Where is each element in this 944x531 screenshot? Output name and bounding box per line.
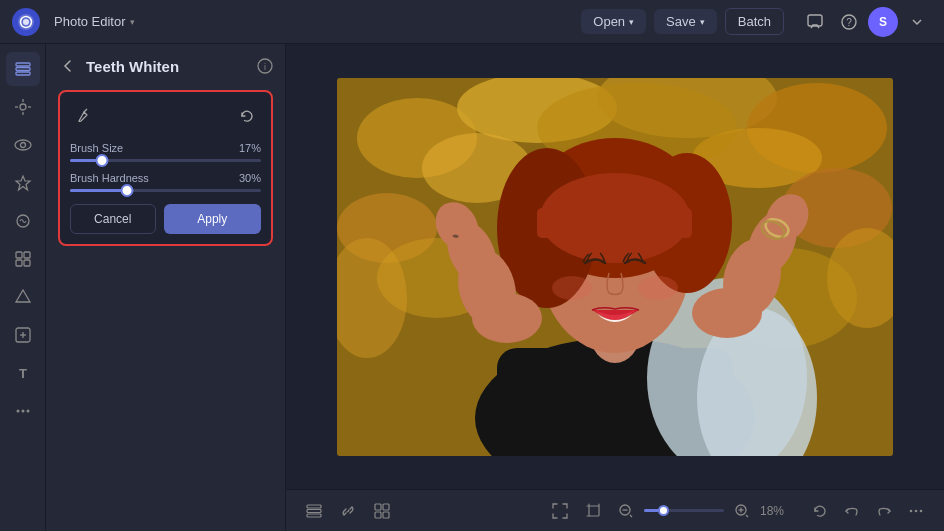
svg-rect-71 bbox=[375, 504, 381, 510]
svg-rect-74 bbox=[383, 512, 389, 518]
brush-size-slider-group: Brush Size 17% bbox=[70, 142, 261, 162]
brush-size-label: Brush Size bbox=[70, 142, 123, 154]
main-area: T Teeth Whiten i bbox=[0, 44, 944, 531]
chat-icon-button[interactable] bbox=[800, 7, 830, 37]
tool-box: Brush Size 17% Brush Hardness 30% bbox=[58, 90, 273, 246]
panel-info-button[interactable]: i bbox=[257, 58, 273, 74]
open-button[interactable]: Open ▾ bbox=[581, 9, 646, 34]
brush-size-track[interactable] bbox=[70, 159, 261, 162]
brush-hardness-slider-group: Brush Hardness 30% bbox=[70, 172, 261, 192]
svg-rect-18 bbox=[16, 260, 22, 266]
fit-button[interactable] bbox=[546, 497, 574, 525]
zoom-controls: 18% bbox=[546, 497, 792, 525]
svg-rect-75 bbox=[589, 506, 599, 516]
svg-point-27 bbox=[26, 410, 29, 413]
svg-point-57 bbox=[638, 276, 678, 300]
batch-button[interactable]: Batch bbox=[725, 8, 784, 35]
sidebar-item-view[interactable] bbox=[6, 128, 40, 162]
save-button[interactable]: Save ▾ bbox=[654, 9, 717, 34]
avatar[interactable]: S bbox=[868, 7, 898, 37]
brush-hardness-thumb[interactable] bbox=[121, 184, 134, 197]
svg-rect-73 bbox=[375, 512, 381, 518]
tool-icon-row bbox=[70, 102, 261, 130]
undo-button[interactable] bbox=[838, 497, 866, 525]
app-logo bbox=[12, 8, 40, 36]
svg-line-78 bbox=[630, 515, 632, 517]
svg-rect-72 bbox=[383, 504, 389, 510]
sidebar-item-retouch[interactable] bbox=[6, 204, 40, 238]
apply-button[interactable]: Apply bbox=[164, 204, 261, 234]
window-more-button[interactable] bbox=[902, 7, 932, 37]
sidebar-item-layers[interactable] bbox=[6, 52, 40, 86]
svg-text:?: ? bbox=[846, 17, 852, 28]
redo-button[interactable] bbox=[870, 497, 898, 525]
reset-tool-button[interactable] bbox=[233, 102, 261, 130]
brush-size-thumb[interactable] bbox=[96, 154, 109, 167]
panel-title: Teeth Whiten bbox=[86, 58, 249, 75]
sidebar-item-more[interactable] bbox=[6, 394, 40, 428]
layers-bottom-button[interactable] bbox=[300, 497, 328, 525]
svg-point-14 bbox=[20, 143, 25, 148]
photo-container bbox=[337, 78, 893, 456]
svg-rect-68 bbox=[307, 505, 321, 508]
brush-hardness-value: 30% bbox=[239, 172, 261, 184]
sidebar-item-text[interactable]: T bbox=[6, 356, 40, 390]
sidebar-item-adjustments[interactable] bbox=[6, 90, 40, 124]
topbar: Photo Editor ▾ Open ▾ Save ▾ Batch ? S bbox=[0, 0, 944, 44]
svg-rect-19 bbox=[24, 260, 30, 266]
svg-rect-70 bbox=[307, 514, 321, 517]
svg-marker-20 bbox=[16, 290, 30, 302]
panel-back-button[interactable] bbox=[58, 56, 78, 76]
left-sidebar: T bbox=[0, 44, 46, 531]
app-title-chevron: ▾ bbox=[130, 17, 135, 27]
panel-header: Teeth Whiten i bbox=[58, 56, 273, 76]
crop-bottom-button[interactable] bbox=[580, 497, 608, 525]
svg-rect-5 bbox=[16, 63, 30, 66]
bottom-right-icons bbox=[806, 497, 930, 525]
cancel-button[interactable]: Cancel bbox=[70, 204, 156, 234]
brush-hardness-label: Brush Hardness bbox=[70, 172, 149, 184]
svg-line-30 bbox=[84, 109, 87, 112]
svg-point-83 bbox=[910, 509, 913, 512]
zoom-slider-thumb[interactable] bbox=[658, 505, 669, 516]
bottom-bar: 18% bbox=[286, 489, 944, 531]
sidebar-item-frames[interactable] bbox=[6, 242, 40, 276]
svg-text:i: i bbox=[264, 62, 266, 72]
svg-point-26 bbox=[21, 410, 24, 413]
svg-point-85 bbox=[920, 509, 923, 512]
sidebar-item-effects[interactable] bbox=[6, 166, 40, 200]
svg-point-13 bbox=[15, 140, 31, 150]
link-bottom-button[interactable] bbox=[334, 497, 362, 525]
more-options-button[interactable] bbox=[902, 497, 930, 525]
help-icon-button[interactable]: ? bbox=[834, 7, 864, 37]
svg-rect-17 bbox=[24, 252, 30, 258]
grid-bottom-button[interactable] bbox=[368, 497, 396, 525]
svg-point-1 bbox=[23, 19, 29, 25]
svg-point-84 bbox=[915, 509, 918, 512]
svg-point-8 bbox=[20, 104, 26, 110]
app-title-label: Photo Editor bbox=[54, 14, 126, 29]
svg-point-56 bbox=[552, 276, 592, 300]
zoom-in-button[interactable] bbox=[730, 499, 754, 523]
reset-history-button[interactable] bbox=[806, 497, 834, 525]
svg-point-25 bbox=[16, 410, 19, 413]
brush-hardness-track[interactable] bbox=[70, 189, 261, 192]
brush-tool-button[interactable] bbox=[70, 102, 98, 130]
brush-size-value: 17% bbox=[239, 142, 261, 154]
sidebar-item-objects[interactable] bbox=[6, 280, 40, 314]
svg-rect-16 bbox=[16, 252, 22, 258]
canvas-area bbox=[286, 44, 944, 489]
brush-hardness-fill bbox=[70, 189, 127, 192]
teeth-whiten-panel: Teeth Whiten i Brush Size 17% bbox=[46, 44, 286, 531]
svg-text:T: T bbox=[19, 366, 27, 381]
photo-placeholder bbox=[337, 78, 893, 456]
tool-actions: Cancel Apply bbox=[70, 204, 261, 234]
svg-rect-7 bbox=[16, 72, 30, 75]
sidebar-item-export[interactable] bbox=[6, 318, 40, 352]
svg-line-82 bbox=[746, 515, 748, 517]
topbar-actions: ? S bbox=[800, 7, 932, 37]
svg-rect-6 bbox=[16, 68, 30, 71]
zoom-out-button[interactable] bbox=[614, 499, 638, 523]
zoom-slider[interactable] bbox=[644, 509, 724, 512]
app-title-button[interactable]: Photo Editor ▾ bbox=[48, 10, 141, 33]
